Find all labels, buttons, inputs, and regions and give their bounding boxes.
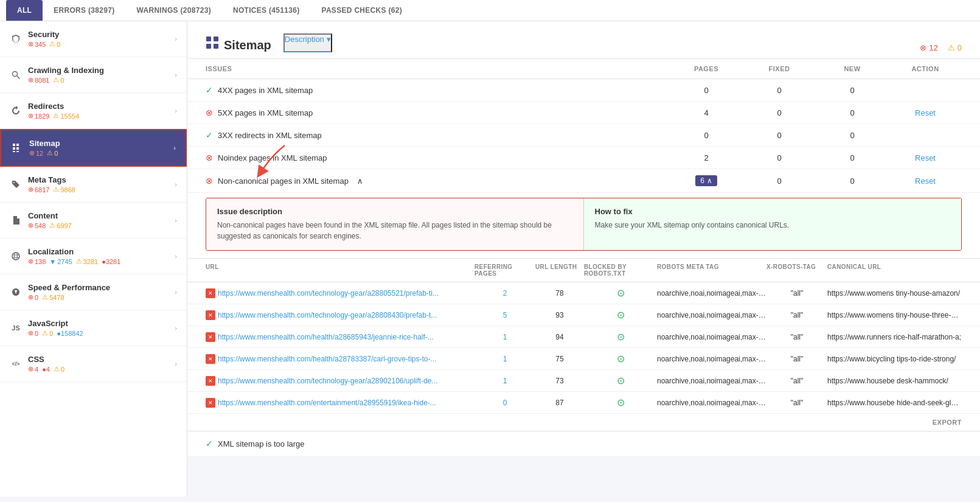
tab-errors[interactable]: ERRORS (38297)	[43, 0, 125, 21]
crawling-label: Crawling & Indexing	[28, 66, 175, 75]
reset-button[interactable]: Reset	[915, 153, 936, 162]
localization-error-count: ⊗138	[28, 257, 46, 265]
url-row: ✕ https://www.menshealth.com/technology-…	[187, 304, 980, 326]
header-error-count: ⊗ 12	[920, 43, 937, 52]
redirects-error-count: ⊗1829	[28, 112, 49, 120]
urllength-cell: 75	[535, 355, 584, 363]
blocked-cell: ⊙	[584, 375, 657, 386]
issue-desc-right: How to fix Make sure your XML sitemap on…	[584, 198, 962, 250]
urllength-cell: 73	[535, 377, 584, 385]
error-icon: ⊗	[206, 153, 213, 162]
error-circle-icon: ⊗	[920, 43, 926, 52]
url-col-header: URL	[206, 263, 474, 277]
error-page-icon: ✕	[206, 354, 215, 364]
canonical-cell: https://www.bicycling tips-to-ride-stron…	[827, 355, 962, 363]
pages-cell: 0	[670, 86, 743, 95]
reset-button[interactable]: Reset	[915, 108, 936, 117]
fixed-cell: 0	[743, 176, 816, 186]
shield-icon	[10, 34, 22, 44]
tab-warnings[interactable]: WARNINGS (208723)	[125, 0, 221, 21]
export-button[interactable]: EXPORT	[933, 419, 962, 426]
content-header: Sitemap Description ▾ ⊗ 12 ⚠ 0	[187, 21, 980, 59]
security-error-count: ⊗345	[28, 40, 46, 48]
svg-rect-5	[16, 147, 19, 150]
css-label: CSS	[28, 355, 175, 364]
sitemap-icon	[11, 143, 23, 153]
css-icon: </>	[10, 361, 22, 367]
robots-meta-cell: noarchive,noai,noimageai,max-image-previ…	[657, 289, 766, 298]
description-button[interactable]: Description ▾	[283, 33, 332, 52]
sidebar-item-security[interactable]: Security ⊗345 ⚠0 ›	[0, 21, 187, 57]
tab-all[interactable]: ALL	[6, 0, 43, 21]
localization-info-count: ▼2745	[49, 258, 72, 265]
url-link[interactable]: https://www.menshealth.com/technology-ge…	[218, 311, 437, 319]
new-cell: 0	[816, 131, 889, 140]
url-row: ✕ https://www.menshealth.com/health/a287…	[187, 348, 980, 370]
redirects-label: Redirects	[28, 102, 175, 111]
sitemap-grid-icon	[206, 36, 219, 52]
sidebar-item-crawling[interactable]: Crawling & Indexing ⊗8081 ⚠0 ›	[0, 57, 187, 93]
speed-icon	[10, 287, 22, 297]
urllength-cell: 87	[535, 399, 584, 407]
url-link[interactable]: https://www.menshealth.com/health/a28783…	[218, 355, 437, 363]
sidebar-item-css[interactable]: </> CSS ⊗4 ●4 ⚠0 ›	[0, 346, 187, 382]
action-cell: Reset	[889, 176, 962, 186]
issue-desc-left-title: Issue description	[217, 207, 572, 216]
sidebar-item-metatags[interactable]: Meta Tags ⊗6817 ⚠9868 ›	[0, 167, 187, 203]
chevron-right-icon: ›	[175, 35, 177, 43]
issue-name-text: Non-canonical pages in XML sitemap	[218, 176, 349, 186]
referring-cell: 1	[474, 355, 535, 363]
xrobots-col-header: X-ROBOTS-TAG	[766, 263, 827, 277]
js-error-count: ⊗0	[28, 329, 38, 337]
pages-cell: 4	[670, 108, 743, 117]
chevron-down-icon: ▾	[327, 35, 331, 44]
robots-meta-cell: noarchive,noai,noimageai,max-image-previ…	[657, 377, 766, 385]
sitemap-warning-count: ⚠0	[47, 149, 58, 157]
localization-red-count: ●3281	[102, 258, 120, 265]
referring-cell: 1	[474, 333, 535, 341]
tab-notices[interactable]: NOTICES (451136)	[222, 0, 311, 21]
css-error-count: ⊗4	[28, 365, 38, 373]
svg-line-1	[17, 76, 19, 78]
blocked-cell: ⊙	[584, 353, 657, 364]
blocked-col-header: BLOCKED BY ROBOTS.TXT	[584, 263, 657, 277]
error-page-icon: ✕	[206, 310, 215, 320]
blocked-cell: ⊙	[584, 309, 657, 321]
sidebar-item-sitemap[interactable]: Sitemap ⊗12 ⚠0 ›	[0, 129, 187, 167]
sidebar-item-speed[interactable]: Speed & Performance ⊗0 ⚠5478 ›	[0, 274, 187, 310]
sidebar-item-javascript[interactable]: JS JavaScript ⊗0 ⚠0 ●158842 ›	[0, 310, 187, 346]
collapse-icon[interactable]: ∧	[357, 176, 363, 186]
svg-point-9	[15, 253, 18, 260]
sitemap-error-count: ⊗12	[29, 149, 43, 157]
content-warning-count: ⚠6997	[49, 221, 71, 229]
url-link[interactable]: https://www.menshealth.com/entertainment…	[218, 399, 436, 407]
svg-point-8	[12, 253, 19, 260]
content-error-count: ⊗548	[28, 221, 46, 229]
blocked-cell: ⊙	[584, 331, 657, 343]
issue-name-text: 4XX pages in XML sitemap	[218, 86, 313, 95]
tab-passed[interactable]: PASSED CHECKS (62)	[310, 0, 413, 21]
top-tabs-bar: ALL ERRORS (38297) WARNINGS (208723) NOT…	[0, 0, 980, 21]
ok-icon: ✓	[206, 439, 213, 448]
bottom-issue-row: ✓ XML sitemap is too large	[187, 431, 980, 456]
sidebar-item-redirects[interactable]: Redirects ⊗1829 ⚠15554 ›	[0, 93, 187, 129]
warning-icon: ⚠	[948, 43, 955, 52]
url-link[interactable]: https://www.menshealth.com/technology-ge…	[218, 377, 438, 385]
urllength-cell: 78	[535, 289, 584, 298]
chevron-right-icon: ›	[175, 71, 177, 78]
sidebar-item-content[interactable]: Content ⊗548 ⚠6997 ›	[0, 203, 187, 239]
redirect-icon	[10, 106, 22, 116]
new-cell: 0	[816, 176, 889, 186]
sidebar-item-localization[interactable]: Localization ⊗138 ▼2745 ⚠3281 ●3281	[0, 239, 187, 274]
url-link[interactable]: https://www.menshealth.com/health/a28685…	[218, 333, 434, 341]
chevron-right-icon: ›	[175, 217, 177, 224]
search-icon	[10, 70, 22, 80]
issue-row: ✓ 4XX pages in XML sitemap 0 0 0	[187, 79, 980, 102]
url-link[interactable]: https://www.menshealth.com/technology-ge…	[218, 289, 439, 298]
fixed-cell: 0	[743, 131, 816, 140]
canonical-cell: https://www.runners rice-half-marathon-a…	[827, 333, 962, 341]
reset-button[interactable]: Reset	[915, 176, 936, 186]
issue-name-text: 3XX redirects in XML sitemap	[218, 131, 322, 140]
chevron-right-icon: ›	[175, 253, 177, 260]
chevron-right-icon: ›	[175, 107, 177, 114]
